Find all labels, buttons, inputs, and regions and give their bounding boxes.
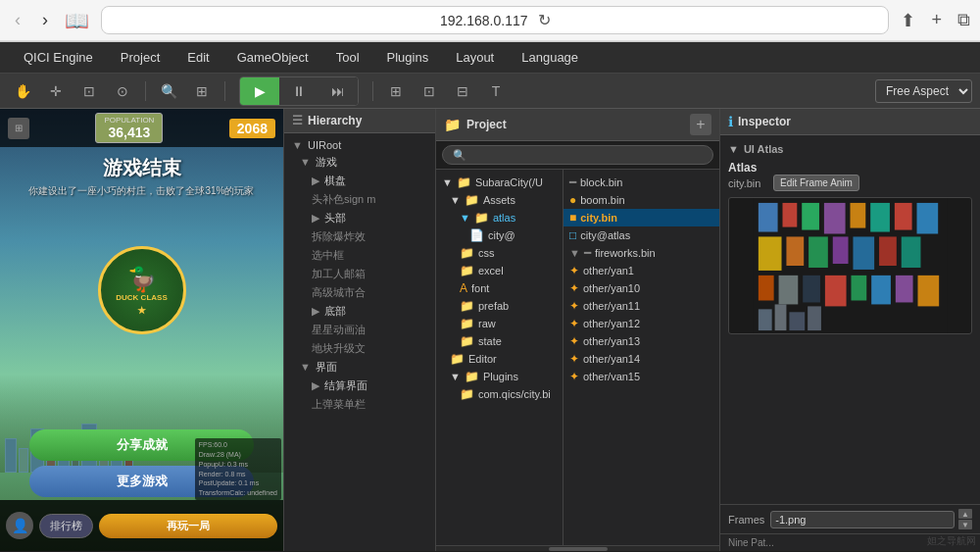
- file-icon-cityat: 📄: [469, 228, 484, 242]
- folder-excel[interactable]: 📁 excel: [436, 262, 563, 279]
- svg-rect-24: [759, 309, 772, 330]
- scrollbar-thumb: [549, 547, 608, 551]
- tree-item-youxi[interactable]: ▼ 游戏: [284, 153, 435, 172]
- atlas-preview: [728, 197, 972, 334]
- file-boom-bin[interactable]: ● boom.bin: [564, 191, 719, 209]
- frames-up-button[interactable]: ▲: [958, 509, 972, 519]
- grid-tool-button[interactable]: ⊞: [187, 77, 217, 105]
- url-bar[interactable]: 192.168.0.117 ↻: [101, 6, 889, 34]
- project-scrollbar[interactable]: [436, 545, 719, 551]
- folder-css[interactable]: 📁 css: [436, 244, 563, 262]
- folder-comqics[interactable]: 📁 com.qics/city.bi: [436, 385, 563, 403]
- file-city-bin[interactable]: ■ city.bin: [564, 209, 719, 226]
- frames-stepper: ▲ ▼: [958, 509, 972, 529]
- target-tool-button[interactable]: ⊙: [108, 77, 137, 105]
- file-label-yan13: other/yan13: [583, 335, 640, 347]
- free-aspect-select[interactable]: Free Aspect: [875, 79, 972, 103]
- atlas-icon-city: □: [569, 228, 576, 242]
- ui-atlas-header: ▼ UI Atlas: [728, 143, 972, 155]
- move-tool-button[interactable]: ✛: [41, 77, 71, 105]
- game-menu-icon[interactable]: ⊞: [8, 118, 29, 139]
- replay-button[interactable]: 再玩一局: [99, 514, 277, 538]
- reload-button[interactable]: ↻: [538, 11, 551, 29]
- tree-item-uiroot[interactable]: ▼ UIRoot: [284, 137, 435, 153]
- folder-subara-city[interactable]: ▼ 📁 SubaraCity(/U: [436, 174, 563, 191]
- project-add-button[interactable]: +: [690, 114, 711, 135]
- tree-item-shangtancaidan[interactable]: 上弹菜单栏: [284, 395, 435, 414]
- folder-state[interactable]: 📁 state: [436, 332, 563, 350]
- tree-item-xuanze[interactable]: 选中框: [284, 246, 435, 265]
- tree-item-gaoji[interactable]: 高级城市合: [284, 283, 435, 302]
- tree-item-jiesuan[interactable]: ▶ 结算界面: [284, 376, 435, 395]
- menu-plugins[interactable]: Plugins: [373, 46, 443, 69]
- tree-item-qipan[interactable]: ▶ 棋盘: [284, 172, 435, 190]
- menu-gameobject[interactable]: GameObject: [223, 46, 322, 69]
- hierarchy-header: ☰ Hierarchy: [284, 109, 435, 133]
- folder-raw[interactable]: 📁 raw: [436, 315, 563, 332]
- file-fireworks-bin[interactable]: ▼ ━ fireworks.bin: [564, 244, 719, 262]
- tree-item-toubuse[interactable]: 头补色sign m: [284, 190, 435, 209]
- svg-rect-2: [783, 203, 798, 227]
- tree-item-jiagong[interactable]: 加工人邮箱: [284, 265, 435, 283]
- tabs-button[interactable]: ⧉: [957, 10, 970, 30]
- file-yan14[interactable]: ✦ other/yan14: [564, 350, 719, 368]
- folder-assets[interactable]: ▼ 📁 Assets: [436, 191, 563, 209]
- play-button[interactable]: ▶: [240, 77, 279, 105]
- hierarchy-tree[interactable]: ▼ UIRoot ▼ 游戏 ▶ 棋盘 头补色sign m ▶ 头部 拆除爆炸效 …: [284, 133, 435, 551]
- layout-btn-2[interactable]: ⊡: [415, 77, 444, 105]
- file-label-city-atlas: city@atlas: [580, 229, 630, 241]
- menu-project[interactable]: Project: [107, 46, 173, 69]
- file-block-bin[interactable]: ━ block.bin: [564, 174, 719, 191]
- file-van15[interactable]: ✦ other/van15: [564, 368, 719, 385]
- file-yan13[interactable]: ✦ other/yan13: [564, 332, 719, 350]
- project-search-input[interactable]: [442, 145, 713, 165]
- rect-tool-button[interactable]: ⊡: [74, 77, 104, 105]
- pause-button[interactable]: ⏸: [279, 77, 318, 105]
- layout-btn-3[interactable]: ⊟: [448, 77, 477, 105]
- frames-input[interactable]: [770, 511, 955, 528]
- folder-plugins[interactable]: ▼ 📁 Plugins: [436, 368, 563, 385]
- folder-atlas[interactable]: ▼ 📁 atlas: [436, 209, 563, 226]
- folder-editor[interactable]: 📁 Editor: [436, 350, 563, 368]
- folder-prefab[interactable]: 📁 prefab: [436, 297, 563, 315]
- leaderboard-button[interactable]: 排行榜: [39, 514, 93, 538]
- svg-rect-3: [802, 203, 819, 230]
- folder-icon-font: A: [460, 281, 467, 295]
- menu-qici-engine[interactable]: QICI Engine: [10, 46, 107, 69]
- layout-btn-1[interactable]: ⊞: [381, 77, 411, 105]
- folder-icon-plugins: 📁: [465, 370, 479, 383]
- add-tab-button[interactable]: +: [931, 10, 942, 30]
- file-yan11[interactable]: ✦ other/yan11: [564, 297, 719, 315]
- step-button[interactable]: ⏭: [318, 77, 358, 105]
- edit-frame-anim-button[interactable]: Edit Frame Anim: [773, 175, 859, 191]
- menu-edit[interactable]: Edit: [173, 46, 222, 69]
- url-text: 192.168.0.117: [440, 13, 528, 28]
- file-yan1[interactable]: ✦ other/yan1: [564, 262, 719, 279]
- share-button[interactable]: ⬆: [901, 10, 915, 31]
- folder-city-at[interactable]: 📄 city@: [436, 226, 563, 244]
- bin-icon-block: ━: [569, 176, 576, 189]
- duck-class-text: DUCK CLASS: [116, 293, 167, 302]
- text-tool-button[interactable]: T: [481, 77, 511, 105]
- tree-item-tobu[interactable]: ▶ 头部: [284, 209, 435, 227]
- svg-rect-13: [853, 236, 874, 270]
- back-button[interactable]: ‹: [10, 8, 25, 32]
- inspector-info-icon: ℹ: [728, 114, 733, 129]
- frames-down-button[interactable]: ▼: [958, 520, 972, 529]
- menu-language[interactable]: Language: [508, 46, 592, 69]
- tree-item-jiemian[interactable]: ▼ 界面: [284, 358, 435, 376]
- folder-font[interactable]: A font: [436, 279, 563, 297]
- forward-button[interactable]: ›: [37, 8, 53, 32]
- file-city-atlas[interactable]: □ city@atlas: [564, 226, 719, 244]
- hand-tool-button[interactable]: ✋: [8, 77, 37, 105]
- tree-item-dibu[interactable]: ▶ 底部: [284, 302, 435, 321]
- file-yan10[interactable]: ✦ other/yan10: [564, 279, 719, 297]
- game-top-bar: ⊞ POPULATION 36,413 2068: [0, 109, 283, 147]
- menu-tool[interactable]: Tool: [322, 46, 373, 69]
- zoom-tool-button[interactable]: 🔍: [154, 77, 183, 105]
- menu-layout[interactable]: Layout: [442, 46, 508, 69]
- tree-item-chaichu[interactable]: 拆除爆炸效: [284, 227, 435, 246]
- tree-item-xingxing[interactable]: 星星动画油: [284, 321, 435, 339]
- tree-item-dikuai[interactable]: 地块升级文: [284, 339, 435, 358]
- file-yan12[interactable]: ✦ other/yan12: [564, 315, 719, 332]
